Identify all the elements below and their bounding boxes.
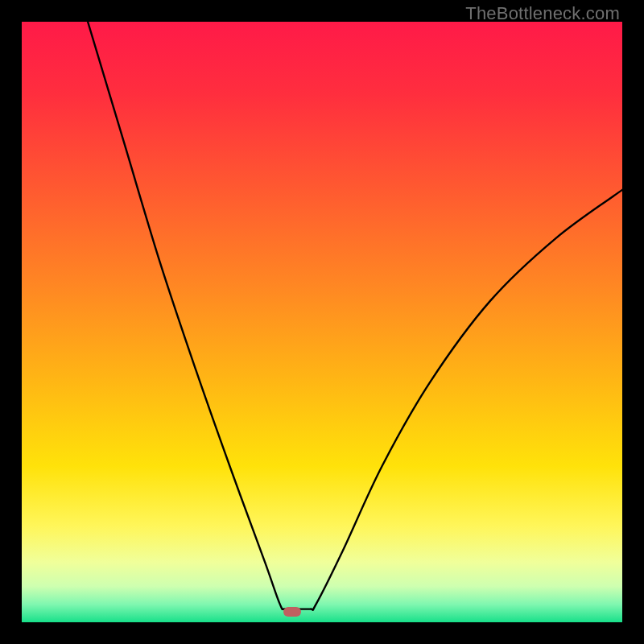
plot-area [22,22,622,622]
trough-marker [283,607,301,617]
curve-layer [22,22,622,622]
watermark-text: TheBottleneck.com [465,3,620,24]
curve-path [88,22,622,610]
chart-frame: TheBottleneck.com [0,0,644,644]
